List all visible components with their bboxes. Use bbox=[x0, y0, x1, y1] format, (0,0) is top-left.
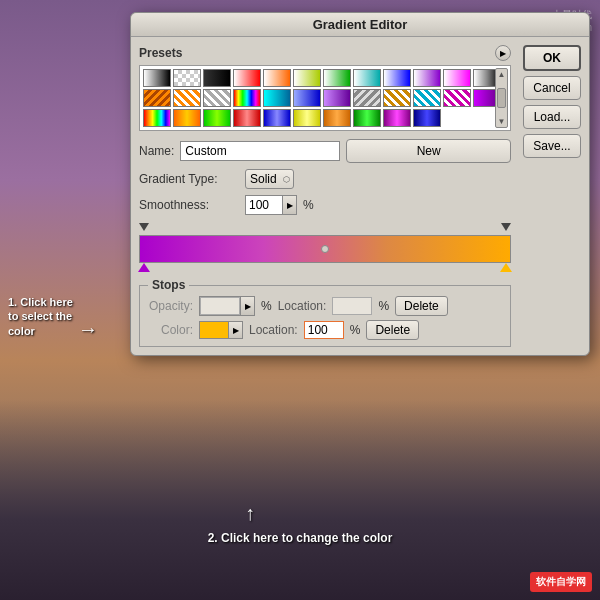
preset-swatch-r3f[interactable] bbox=[293, 109, 321, 127]
gradient-section bbox=[139, 223, 511, 277]
preset-swatch-r2f[interactable] bbox=[293, 89, 321, 107]
stops-group: Stops Opacity: ▶ % Location: % Delete bbox=[139, 285, 511, 347]
opacity-label: Opacity: bbox=[148, 299, 193, 313]
preset-swatch-purple[interactable] bbox=[413, 69, 441, 87]
opacity-input[interactable] bbox=[200, 297, 240, 315]
cancel-button[interactable]: Cancel bbox=[523, 76, 581, 100]
smoothness-input-box: ▶ bbox=[245, 195, 297, 215]
opacity-location-label: Location: bbox=[278, 299, 327, 313]
scroll-up-icon[interactable]: ▲ bbox=[498, 70, 506, 79]
save-button[interactable]: Save... bbox=[523, 134, 581, 158]
presets-scrollbar[interactable]: ▲ ▼ bbox=[495, 68, 508, 128]
arrow-left-icon: → bbox=[78, 318, 98, 341]
smoothness-label: Smoothness: bbox=[139, 198, 239, 212]
preset-swatch-r2b[interactable] bbox=[173, 89, 201, 107]
scroll-thumb[interactable] bbox=[497, 88, 506, 108]
smoothness-stepper[interactable]: ▶ bbox=[282, 196, 296, 214]
opacity-stepper[interactable]: ▶ bbox=[240, 297, 254, 315]
preset-swatch-green[interactable] bbox=[323, 69, 351, 87]
presets-row-3 bbox=[143, 109, 507, 127]
opacity-stop-right[interactable] bbox=[501, 223, 511, 235]
preset-swatch-checker[interactable] bbox=[173, 69, 201, 87]
preset-swatch-r3d[interactable] bbox=[233, 109, 261, 127]
gradient-type-row: Gradient Type: Solid ⬡ bbox=[139, 169, 511, 189]
new-button[interactable]: New bbox=[346, 139, 511, 163]
gradient-editor-dialog: Gradient Editor Presets ▶ bbox=[130, 12, 590, 356]
preset-swatch-r3g[interactable] bbox=[323, 109, 351, 127]
preset-swatch-bw[interactable] bbox=[143, 69, 171, 87]
gradient-midpoint[interactable] bbox=[321, 245, 329, 253]
color-label: Color: bbox=[148, 323, 193, 337]
gradient-type-select[interactable]: Solid ⬡ bbox=[245, 169, 294, 189]
scroll-down-icon[interactable]: ▼ bbox=[498, 117, 506, 126]
presets-menu-button[interactable]: ▶ bbox=[495, 45, 511, 61]
preset-swatch-r2a[interactable] bbox=[143, 89, 171, 107]
color-delete-button[interactable]: Delete bbox=[366, 320, 419, 340]
arrow-bottom-icon: ↑ bbox=[245, 502, 255, 525]
preset-swatch-pink[interactable] bbox=[443, 69, 471, 87]
preset-swatch-r2i[interactable] bbox=[383, 89, 411, 107]
load-button[interactable]: Load... bbox=[523, 105, 581, 129]
presets-label: Presets bbox=[139, 46, 182, 60]
opacity-input-box: ▶ bbox=[199, 296, 255, 316]
gradient-type-arrow-icon: ⬡ bbox=[283, 175, 290, 184]
opacity-location-unit: % bbox=[378, 299, 389, 313]
preset-swatch-r2c[interactable] bbox=[203, 89, 231, 107]
preset-swatch-r2h[interactable] bbox=[353, 89, 381, 107]
annotation-bottom: 2. Click here to change the color bbox=[208, 531, 393, 545]
preset-swatch-r2g[interactable] bbox=[323, 89, 351, 107]
stops-legend: Stops bbox=[148, 278, 189, 292]
opacity-stops-row bbox=[139, 223, 511, 235]
presets-row-1 bbox=[143, 69, 507, 87]
opacity-location-input[interactable] bbox=[332, 297, 372, 315]
smoothness-row: Smoothness: ▶ % bbox=[139, 195, 511, 215]
preset-swatch-r3h[interactable] bbox=[353, 109, 381, 127]
color-location-unit: % bbox=[350, 323, 361, 337]
preset-swatch-r3a[interactable] bbox=[143, 109, 171, 127]
logo-badge: 软件自学网 bbox=[530, 572, 592, 592]
color-arrow-icon[interactable]: ▶ bbox=[228, 322, 242, 338]
preset-swatch-teal[interactable] bbox=[353, 69, 381, 87]
preset-swatch-r3i[interactable] bbox=[383, 109, 411, 127]
preset-swatch-orange[interactable] bbox=[263, 69, 291, 87]
gradient-type-label: Gradient Type: bbox=[139, 172, 239, 186]
preset-swatch-r2d[interactable] bbox=[233, 89, 261, 107]
preset-swatch-yg[interactable] bbox=[293, 69, 321, 87]
annotation-left: 1. Click here to select the color bbox=[8, 295, 78, 338]
name-row: Name: New bbox=[139, 139, 511, 163]
dialog-buttons-panel: OK Cancel Load... Save... bbox=[519, 37, 589, 355]
presets-row-2 bbox=[143, 89, 507, 107]
name-label: Name: bbox=[139, 144, 174, 158]
preset-swatch-r2e[interactable] bbox=[263, 89, 291, 107]
presets-box: ▲ ▼ bbox=[139, 65, 511, 131]
preset-swatch-r2k[interactable] bbox=[443, 89, 471, 107]
opacity-stop-left[interactable] bbox=[139, 223, 149, 235]
opacity-delete-button[interactable]: Delete bbox=[395, 296, 448, 316]
preset-swatch-r3j[interactable] bbox=[413, 109, 441, 127]
opacity-unit: % bbox=[261, 299, 272, 313]
color-stop-row: Color: ▶ Location: % Delete bbox=[148, 320, 502, 340]
color-stop-right[interactable] bbox=[500, 263, 512, 277]
color-swatch bbox=[200, 322, 228, 338]
opacity-stop-row: Opacity: ▶ % Location: % Delete bbox=[148, 296, 502, 316]
preset-swatch-r3e[interactable] bbox=[263, 109, 291, 127]
preset-swatch-r2j[interactable] bbox=[413, 89, 441, 107]
color-stop-left[interactable] bbox=[138, 263, 150, 277]
color-location-input[interactable] bbox=[304, 321, 344, 339]
preset-swatch-r3c[interactable] bbox=[203, 109, 231, 127]
preset-swatch-dark[interactable] bbox=[203, 69, 231, 87]
color-stops-row bbox=[139, 263, 511, 277]
preset-swatch-r3b[interactable] bbox=[173, 109, 201, 127]
dialog-title: Gradient Editor bbox=[131, 13, 589, 37]
smoothness-unit: % bbox=[303, 198, 314, 212]
ok-button[interactable]: OK bbox=[523, 45, 581, 71]
color-swatch-box[interactable]: ▶ bbox=[199, 321, 243, 339]
gradient-bar[interactable] bbox=[139, 235, 511, 263]
mountains bbox=[0, 400, 600, 600]
preset-swatch-blue[interactable] bbox=[383, 69, 411, 87]
preset-swatch-red[interactable] bbox=[233, 69, 261, 87]
smoothness-input[interactable] bbox=[246, 197, 282, 213]
dialog-main-panel: Presets ▶ bbox=[131, 37, 519, 355]
color-location-label: Location: bbox=[249, 323, 298, 337]
name-input[interactable] bbox=[180, 141, 340, 161]
